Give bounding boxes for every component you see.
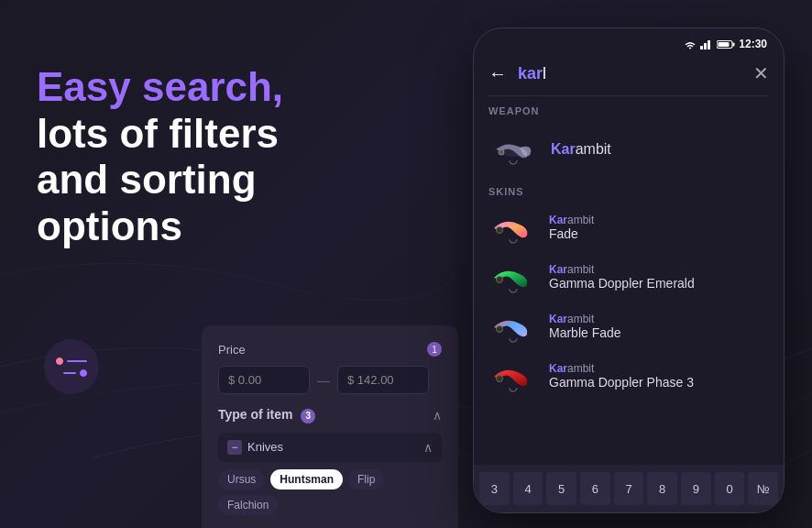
knives-chevron: ∧ [423,440,433,455]
search-input[interactable]: karl [518,64,742,83]
type-chevron: ∧ [433,408,442,423]
search-typed: kar [518,64,543,82]
skin-name-phase3: Gamma Doppler Phase 3 [549,375,694,390]
status-icons: 12:30 [684,38,767,50]
svg-point-13 [497,326,503,333]
skin-name-fade: Fade [549,226,594,241]
key-7[interactable]: 7 [614,472,644,505]
svg-point-14 [510,335,517,342]
skin-karambit-label-3: Karambit [549,313,621,325]
svg-point-11 [497,277,503,283]
knife-tag-huntsman[interactable]: Huntsman [270,469,343,490]
svg-point-7 [499,149,504,155]
key-4[interactable]: 4 [513,472,543,505]
filter-icon [56,358,87,377]
weapon-section-label: WEAPON [474,96,784,122]
skin-item-marble[interactable]: Karambit Marble Fade [474,302,784,351]
svg-rect-5 [719,42,730,47]
skin-info-gamma: Karambit Gamma Doppler Emerald [549,263,695,291]
price-max-input[interactable]: $ 142.00 [337,366,429,394]
knife-tag-falchion[interactable]: Falchion [218,495,278,515]
minus-button[interactable]: − [227,440,242,455]
skin-item-phase3[interactable]: Karambit Gamma Doppler Phase 3 [474,351,784,401]
skin-karambit-label-4: Karambit [549,362,694,375]
skin-name-gamma: Gamma Doppler Emerald [549,276,695,291]
filter-icon-wrap[interactable] [44,339,99,394]
filter-panel: Price 1 $ 0.00 — $ 142.00 Type of item 3… [202,325,458,528]
filter-bar-1 [67,360,87,362]
status-bar: 12:30 [474,28,784,55]
key-0[interactable]: 0 [715,472,745,505]
svg-point-15 [497,376,503,382]
key-3[interactable]: 3 [479,472,510,505]
knives-left: − Knives [227,440,283,455]
svg-point-10 [510,236,517,243]
skin-info-fade: Karambit Fade [549,214,594,241]
weapon-suffix: ambit [576,141,611,157]
battery-icon [717,39,735,50]
weapon-item[interactable]: Karambit [474,122,784,177]
weapon-highlight: Kar [551,141,576,157]
karambit-fade-svg [488,210,538,245]
svg-rect-0 [700,46,703,50]
filter-bar-2 [63,372,76,374]
key-num[interactable]: № [748,472,778,505]
svg-point-9 [497,227,503,234]
phone-mockup: 12:30 ← karl ✕ WEAPON Karambit SKINS [473,28,785,513]
skin-image-fade [488,210,538,245]
headline-accent: Easy search, [37,64,283,109]
svg-rect-2 [708,40,710,50]
price-badge: 1 [427,342,442,357]
type-section: Type of item 3 ∧ − Knives ∧ Ursus Huntsm… [218,407,442,515]
filter-dot-2 [80,369,87,377]
search-untyped: l [543,64,546,82]
type-header[interactable]: Type of item 3 ∧ [218,407,442,424]
close-button[interactable]: ✕ [753,62,769,84]
knife-tags: Ursus Huntsman Flip Falchion [218,469,442,515]
skin-info-phase3: Karambit Gamma Doppler Phase 3 [549,362,694,390]
headline-line2: lots of filters [37,111,279,156]
status-time: 12:30 [739,38,767,50]
left-section: Easy search, lots of filters and sorting… [37,64,367,249]
skin-item-gamma[interactable]: Karambit Gamma Doppler Emerald [474,252,784,302]
key-5[interactable]: 5 [546,472,576,505]
weapon-name: Karambit [551,141,611,158]
knife-tag-flip[interactable]: Flip [348,469,384,490]
karambit-gamma-svg [488,259,538,294]
signal-icon [700,39,713,50]
headline: Easy search, lots of filters and sorting… [37,64,367,249]
skin-image-gamma [488,259,538,294]
karambit-marble-svg [488,309,538,344]
svg-rect-1 [704,43,707,50]
type-badge: 3 [301,409,315,424]
skin-image-marble [488,309,538,344]
skin-info-marble: Karambit Marble Fade [549,313,621,340]
knives-row: − Knives ∧ [218,433,442,462]
wifi-icon [684,39,697,50]
svg-point-12 [510,285,517,292]
knife-tag-ursus[interactable]: Ursus [218,469,265,490]
weapon-image [488,131,538,168]
filter-dot-1 [56,358,63,365]
price-dash: — [317,373,330,388]
skin-item-fade[interactable]: Karambit Fade [474,203,784,252]
filter-line-2 [56,369,87,377]
karambit-weapon-svg [488,131,538,168]
key-6[interactable]: 6 [580,472,610,505]
filter-line-1 [56,358,87,365]
skins-section-label: SKINS [474,177,784,203]
key-8[interactable]: 8 [647,472,677,505]
headline-line3: and sorting [37,157,257,202]
skin-image-phase3 [488,358,538,393]
back-arrow[interactable]: ← [488,63,507,84]
price-label: Price [218,343,246,357]
headline-line4: options [37,204,182,248]
price-min-input[interactable]: $ 0.00 [218,366,310,394]
search-bar: ← karl ✕ [474,55,784,95]
svg-rect-4 [733,42,735,46]
price-row: Price 1 [218,342,442,357]
svg-point-16 [510,384,517,391]
key-9[interactable]: 9 [681,472,711,505]
svg-point-8 [510,157,517,164]
type-label: Type of item 3 [218,407,315,424]
